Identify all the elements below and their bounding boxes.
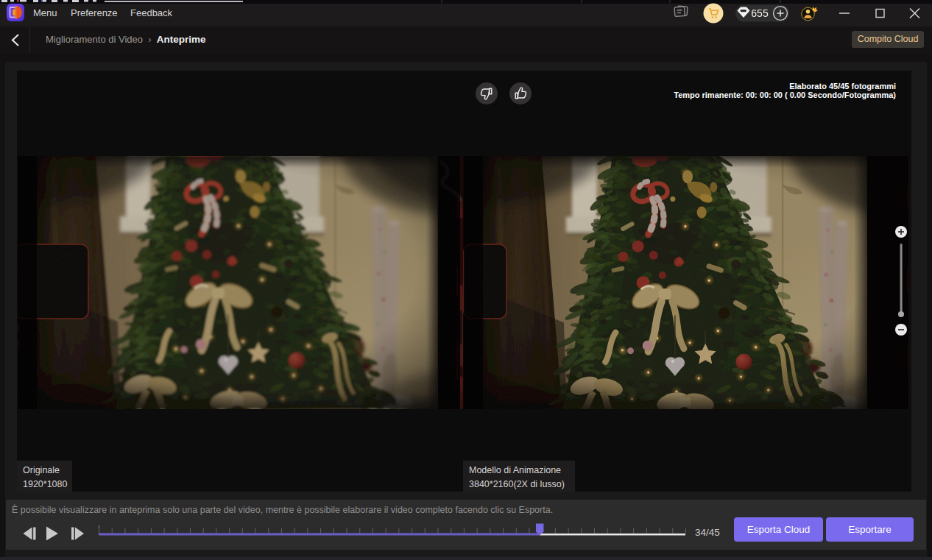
svg-text:655: 655 [751, 7, 769, 19]
